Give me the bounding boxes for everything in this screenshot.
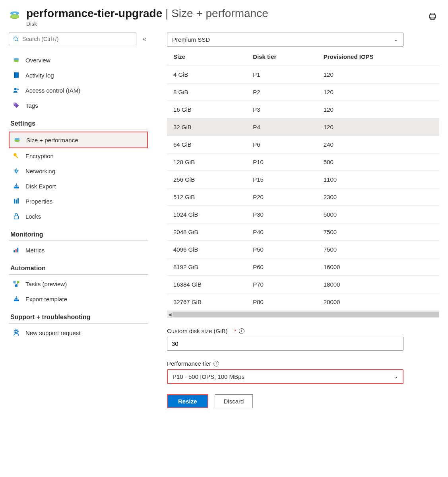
chevron-double-left-icon: « <box>143 35 146 42</box>
horizontal-scrollbar[interactable]: ◀ <box>167 311 439 318</box>
svg-point-2 <box>10 14 19 18</box>
custom-size-input[interactable] <box>167 337 403 351</box>
sidebar-item-access-control[interactable]: Access control (IAM) <box>9 83 148 98</box>
cell: P4 <box>246 118 317 136</box>
sidebar-item-locks[interactable]: Locks <box>9 209 148 224</box>
sidebar-item-label: New support request <box>25 330 80 336</box>
info-icon[interactable]: i <box>239 328 244 334</box>
col-iops[interactable]: Provisioned IOPS <box>317 48 439 66</box>
svg-rect-29 <box>17 281 19 283</box>
sidebar-item-overview[interactable]: Overview <box>9 52 148 68</box>
table-row[interactable]: 128 GiBP10500 <box>167 153 439 171</box>
table-row[interactable]: 4096 GiBP507500 <box>167 241 439 258</box>
print-button[interactable] <box>426 10 439 24</box>
cell: 20000 <box>317 293 439 311</box>
support-icon <box>13 329 20 336</box>
performance-tier-value: P10 - 500 IOPS, 100 MBps <box>173 373 244 380</box>
collapse-sidebar-button[interactable]: « <box>141 34 148 44</box>
sidebar-item-label: Properties <box>25 198 52 205</box>
svg-rect-23 <box>17 198 19 204</box>
cell: P10 <box>246 153 317 171</box>
col-size[interactable]: Size <box>167 48 246 66</box>
tag-icon <box>13 102 20 109</box>
key-icon <box>13 152 20 159</box>
cell: P30 <box>246 206 317 223</box>
sidebar-item-activity-log[interactable]: Activity log <box>9 68 148 83</box>
info-icon[interactable]: i <box>213 361 219 366</box>
export-icon <box>13 182 20 190</box>
table-row[interactable]: 16384 GiBP7018000 <box>167 276 439 293</box>
table-row[interactable]: 256 GiBP151100 <box>167 171 439 188</box>
sidebar-item-label: Tasks (preview) <box>25 281 67 287</box>
cell: P20 <box>246 188 317 206</box>
cell: P15 <box>246 171 317 188</box>
section-support: Support + troubleshooting <box>9 306 148 324</box>
sidebar-item-label: Access control (IAM) <box>25 87 80 94</box>
svg-point-34 <box>15 330 17 333</box>
table-row[interactable]: 64 GiBP6240 <box>167 136 439 153</box>
table-row[interactable]: 1024 GiBP305000 <box>167 206 439 223</box>
svg-point-3 <box>13 13 16 14</box>
cell: 256 GiB <box>167 171 246 188</box>
sidebar-item-properties[interactable]: Properties <box>9 194 148 209</box>
scroll-left-icon[interactable]: ◀ <box>167 311 173 318</box>
sidebar-item-new-support-request[interactable]: New support request <box>9 325 148 340</box>
table-row[interactable]: 4 GiBP1120 <box>167 66 439 83</box>
lock-icon <box>13 213 20 220</box>
cell: 18000 <box>317 276 439 293</box>
discard-button[interactable]: Discard <box>215 394 253 408</box>
sidebar-item-encryption[interactable]: Encryption <box>9 148 148 163</box>
sidebar-item-tasks[interactable]: Tasks (preview) <box>9 276 148 291</box>
svg-rect-21 <box>14 199 15 204</box>
sidebar-item-label: Networking <box>25 168 55 175</box>
table-row[interactable]: 2048 GiBP407500 <box>167 223 439 241</box>
sidebar-item-networking[interactable]: Networking <box>9 163 148 178</box>
table-row[interactable]: 32 GiBP4120 <box>167 118 439 136</box>
sidebar-item-export-template[interactable]: Export template <box>9 291 148 306</box>
cell: 512 GiB <box>167 188 246 206</box>
table-row[interactable]: 32767 GiBP8020000 <box>167 293 439 311</box>
table-row[interactable]: 8192 GiBP6016000 <box>167 258 439 276</box>
chevron-down-icon: ⌄ <box>394 37 398 43</box>
table-row[interactable]: 16 GiBP3120 <box>167 101 439 118</box>
sidebar-item-label: Metrics <box>25 247 45 254</box>
cell: P6 <box>246 136 317 153</box>
cell: 120 <box>317 66 439 83</box>
svg-point-14 <box>17 89 19 91</box>
search-icon <box>13 36 19 42</box>
svg-rect-33 <box>14 300 19 302</box>
network-icon <box>13 167 20 175</box>
scroll-track[interactable] <box>173 312 439 317</box>
sidebar-item-size-performance[interactable]: Size + performance <box>9 132 148 148</box>
svg-rect-25 <box>14 250 15 252</box>
log-icon <box>13 72 20 79</box>
sidebar-item-disk-export[interactable]: Disk Export <box>9 178 148 194</box>
sidebar-item-metrics[interactable]: Metrics <box>9 242 148 258</box>
cell: P2 <box>246 83 317 101</box>
table-row[interactable]: 8 GiBP2120 <box>167 83 439 101</box>
search-input-wrap[interactable] <box>9 33 136 45</box>
cell: P70 <box>246 276 317 293</box>
sidebar-item-label: Activity log <box>25 72 54 79</box>
table-row[interactable]: 512 GiBP202300 <box>167 188 439 206</box>
resource-type: Disk <box>26 21 268 27</box>
resize-button[interactable]: Resize <box>167 394 208 408</box>
sidebar-item-tags[interactable]: Tags <box>9 98 148 113</box>
col-disk-tier[interactable]: Disk tier <box>246 48 317 66</box>
cell: 1024 GiB <box>167 206 246 223</box>
sidebar-item-label: Export template <box>25 296 67 302</box>
cell: 500 <box>317 153 439 171</box>
sku-select[interactable]: Premium SSD ⌄ <box>167 33 403 47</box>
sidebar: « Overview Activity log Access control (… <box>9 33 157 408</box>
cell: 4096 GiB <box>167 241 246 258</box>
main-content: Premium SSD ⌄ Size Disk tier Provisioned… <box>157 33 439 408</box>
search-input[interactable] <box>22 36 132 42</box>
performance-tier-select[interactable]: P10 - 500 IOPS, 100 MBps ⌄ <box>167 369 403 384</box>
svg-rect-12 <box>14 72 16 78</box>
people-icon <box>13 87 20 94</box>
svg-point-17 <box>14 140 20 142</box>
cell: 32 GiB <box>167 118 246 136</box>
cell: 5000 <box>317 206 439 223</box>
cell: 120 <box>317 118 439 136</box>
sku-select-value: Premium SSD <box>172 36 210 43</box>
